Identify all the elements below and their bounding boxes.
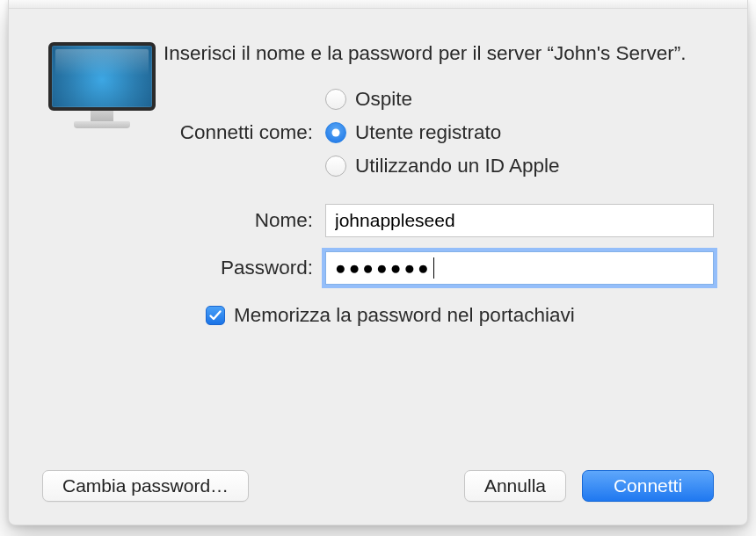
radio-apple-id[interactable]: Utilizzando un ID Apple	[325, 155, 560, 177]
password-mask: ●●●●●●●	[335, 257, 432, 279]
remember-label: Memorizza la password nel portachiavi	[234, 304, 575, 327]
radio-icon	[325, 122, 346, 143]
radio-icon	[325, 156, 346, 177]
sheet-titlebar	[9, 0, 747, 9]
radio-registered-user[interactable]: Utente registrato	[325, 121, 560, 144]
radio-label: Ospite	[355, 88, 412, 111]
server-display-icon	[48, 42, 156, 128]
change-password-button[interactable]: Cambia password…	[42, 470, 249, 502]
checkbox-icon	[206, 306, 225, 325]
radio-guest[interactable]: Ospite	[325, 88, 560, 111]
name-label: Nome:	[164, 209, 325, 232]
remember-password-checkbox[interactable]: Memorizza la password nel portachiavi	[206, 304, 714, 327]
connect-as-label: Connetti come:	[164, 121, 325, 144]
radio-label: Utilizzando un ID Apple	[355, 155, 560, 177]
auth-dialog: Inserisci il nome e la password per il s…	[8, 0, 748, 525]
password-input[interactable]: ●●●●●●●	[325, 251, 714, 285]
dialog-headline: Inserisci il nome e la password per il s…	[164, 39, 714, 69]
name-input[interactable]	[325, 204, 714, 237]
password-label: Password:	[164, 257, 325, 279]
cancel-button[interactable]: Annulla	[464, 470, 566, 502]
radio-label: Utente registrato	[355, 121, 501, 144]
connect-button[interactable]: Connetti	[582, 470, 714, 502]
text-caret	[433, 257, 435, 279]
radio-icon	[325, 89, 346, 110]
